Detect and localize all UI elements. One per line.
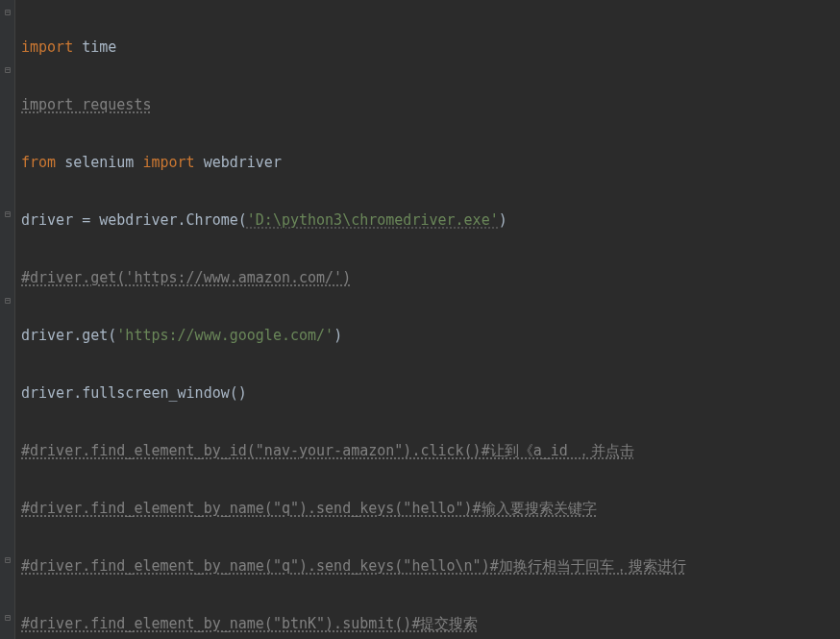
fold-icon[interactable]: ⊟ bbox=[2, 553, 13, 565]
code-line: from selenium import webdriver bbox=[21, 148, 840, 177]
code-area[interactable]: import time import requests from seleniu… bbox=[15, 0, 840, 639]
code-editor: ⊟ ⊟ ⊟ ⊟ ⊟ ⊟ import time import requests … bbox=[0, 0, 840, 639]
code-line: #driver.find_element_by_name("q").send_k… bbox=[21, 552, 840, 580]
code-line: driver.get('https://www.google.com/') bbox=[21, 321, 840, 350]
gutter: ⊟ ⊟ ⊟ ⊟ ⊟ ⊟ bbox=[0, 0, 15, 639]
code-line: driver = webdriver.Chrome('D:\python3\ch… bbox=[21, 206, 840, 234]
code-line: #driver.find_element_by_name("q").send_k… bbox=[21, 494, 840, 523]
code-line: #driver.find_element_by_id("nav-your-ama… bbox=[21, 436, 840, 465]
code-line: driver.fullscreen_window() bbox=[21, 379, 840, 407]
fold-icon[interactable]: ⊟ bbox=[2, 63, 13, 75]
fold-icon[interactable]: ⊟ bbox=[2, 294, 13, 306]
code-line: import time bbox=[21, 33, 840, 61]
code-line: #driver.get('https://www.amazon.com/') bbox=[21, 263, 840, 292]
code-line: #driver.find_element_by_name("btnK").sub… bbox=[21, 609, 840, 638]
fold-icon[interactable]: ⊟ bbox=[2, 611, 13, 623]
code-line: import requests bbox=[21, 90, 840, 119]
fold-icon[interactable]: ⊟ bbox=[2, 208, 13, 219]
fold-icon[interactable]: ⊟ bbox=[2, 6, 13, 17]
